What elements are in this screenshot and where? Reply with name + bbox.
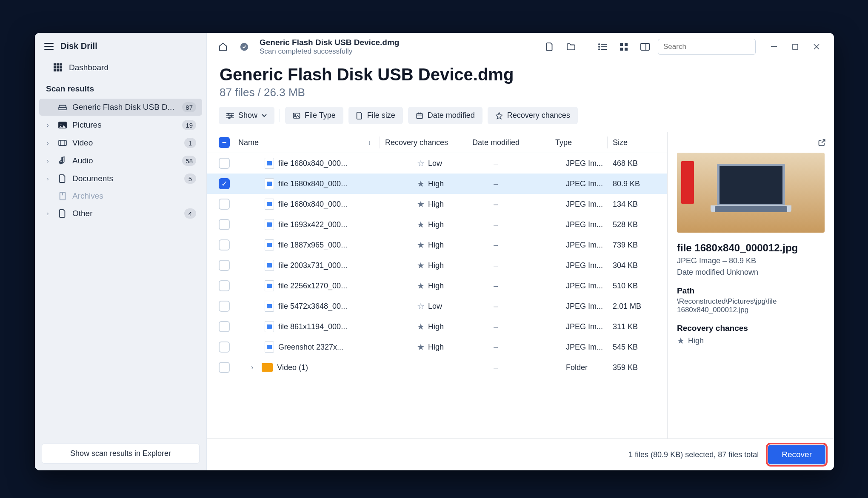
- header-checkbox[interactable]: −: [214, 137, 234, 148]
- maximize-icon: [792, 44, 798, 50]
- view-split-button[interactable]: [637, 38, 654, 55]
- header-type[interactable]: Type: [555, 138, 602, 147]
- row-checkbox[interactable]: [219, 362, 230, 373]
- row-checkbox[interactable]: [219, 158, 230, 169]
- filter-file-size[interactable]: File size: [348, 107, 403, 124]
- row-checkbox[interactable]: [219, 341, 230, 353]
- topbar-title: Generic Flash Disk USB Device.dmg: [260, 38, 399, 47]
- recovery-cell: ★High: [417, 322, 494, 332]
- sidebar-item-drive[interactable]: Generic Flash Disk USB D...87: [39, 99, 202, 116]
- sidebar-item-other[interactable]: ›Other4: [39, 205, 202, 222]
- sidebar-item-audio[interactable]: ›Audio58: [39, 152, 202, 169]
- filter-file-type[interactable]: File Type: [285, 107, 343, 124]
- filter-date-modified[interactable]: Date modified: [408, 107, 483, 124]
- check-circle-icon: [240, 42, 249, 51]
- jpeg-file-icon: [265, 178, 274, 189]
- recovery-cell: ★High: [417, 260, 494, 270]
- table-row[interactable]: file 1680x840_000...☆Low–JPEG Im...468 K…: [207, 153, 667, 174]
- svg-point-44: [295, 114, 296, 116]
- file-button[interactable]: [541, 38, 558, 55]
- svg-rect-26: [625, 43, 628, 46]
- star-icon: ★: [417, 179, 425, 189]
- row-checkbox[interactable]: [219, 260, 230, 271]
- svg-rect-4: [57, 66, 59, 68]
- partial-check-icon: −: [219, 137, 230, 148]
- svg-rect-28: [625, 48, 628, 51]
- svg-rect-20: [601, 44, 607, 45]
- window-controls: [764, 39, 826, 55]
- table-row[interactable]: file 2003x731_000...★High–JPEG Im...304 …: [207, 255, 667, 276]
- selection-summary: 1 files (80.9 KB) selected, 87 files tot…: [628, 450, 759, 459]
- open-external-button[interactable]: [818, 138, 826, 147]
- table-row[interactable]: file 2256x1270_00...★High–JPEG Im...510 …: [207, 276, 667, 296]
- date-cell: –: [494, 343, 566, 352]
- svg-point-41: [231, 115, 232, 117]
- star-icon: ★: [417, 199, 425, 209]
- row-checkbox[interactable]: ✓: [219, 178, 230, 189]
- header-recovery[interactable]: Recovery chances: [385, 138, 462, 147]
- sidebar-item-archive[interactable]: Archives: [39, 188, 202, 204]
- sidebar-item-count: 1: [184, 138, 196, 148]
- maximize-button[interactable]: [785, 39, 805, 55]
- archive-icon: [58, 191, 67, 201]
- table-row-folder[interactable]: ›Video (1)–Folder359 KB: [207, 357, 667, 378]
- recovery-cell: ★High: [417, 219, 494, 230]
- sidebar-item-count: 5: [184, 174, 196, 184]
- nav-dashboard[interactable]: Dashboard: [35, 57, 206, 78]
- svg-point-21: [598, 46, 600, 48]
- row-checkbox[interactable]: [219, 199, 230, 210]
- minimize-button[interactable]: [764, 39, 784, 55]
- sidebar-item-video[interactable]: ›Video1: [39, 134, 202, 151]
- table-row[interactable]: file 1887x965_000...★High–JPEG Im...739 …: [207, 235, 667, 255]
- table-row[interactable]: file 5472x3648_00...☆Low–JPEG Im...2.01 …: [207, 296, 667, 316]
- table-row[interactable]: file 1680x840_000...★High–JPEG Im...134 …: [207, 194, 667, 214]
- search-input[interactable]: [663, 43, 754, 51]
- recovery-cell: ★High: [417, 281, 494, 291]
- type-cell: JPEG Im...: [566, 282, 613, 290]
- date-cell: –: [494, 220, 566, 229]
- show-in-explorer-button[interactable]: Show scan results in Explorer: [42, 444, 200, 464]
- size-cell: 545 KB: [613, 343, 660, 352]
- view-grid-button[interactable]: [615, 38, 632, 55]
- star-icon: ★: [417, 260, 425, 270]
- jpeg-file-icon: [265, 199, 274, 210]
- type-cell: JPEG Im...: [566, 179, 613, 188]
- table-row[interactable]: ✓file 1680x840_000...★High–JPEG Im...80.…: [207, 174, 667, 194]
- table-row[interactable]: file 861x1194_000...★High–JPEG Im...311 …: [207, 316, 667, 337]
- star-icon: ★: [417, 219, 425, 230]
- recover-button[interactable]: Recover: [768, 445, 825, 464]
- view-list-button[interactable]: [594, 38, 611, 55]
- filter-show-label: Show: [238, 111, 257, 120]
- sidebar-item-document[interactable]: ›Documents5: [39, 170, 202, 187]
- sidebar-item-count: 87: [182, 102, 196, 112]
- type-cell: JPEG Im...: [566, 322, 613, 331]
- jpeg-file-icon: [265, 280, 274, 291]
- row-checkbox[interactable]: [219, 321, 230, 332]
- filter-recovery-label: Recovery chances: [507, 111, 570, 120]
- close-button[interactable]: [807, 39, 826, 55]
- sidebar-item-label: Pictures: [72, 120, 177, 130]
- drive-icon: [58, 104, 67, 111]
- row-checkbox[interactable]: [219, 239, 230, 250]
- table-body: file 1680x840_000...☆Low–JPEG Im...468 K…: [207, 153, 667, 438]
- header-name[interactable]: Name ↓: [234, 138, 374, 147]
- header-date[interactable]: Date modified: [472, 138, 545, 147]
- file-name: file 2003x731_000...: [278, 261, 347, 270]
- row-checkbox[interactable]: [219, 301, 230, 312]
- filter-divider: [280, 109, 280, 122]
- filter-show[interactable]: Show: [219, 107, 274, 124]
- hamburger-icon[interactable]: [44, 43, 54, 50]
- home-button[interactable]: [214, 38, 231, 55]
- filter-file-type-label: File Type: [305, 111, 336, 120]
- header-size[interactable]: Size: [613, 138, 660, 147]
- grid-icon: [54, 63, 62, 72]
- table-row[interactable]: Greenshot 2327x...★High–JPEG Im...545 KB: [207, 337, 667, 357]
- table-row[interactable]: file 1693x422_000...★High–JPEG Im...528 …: [207, 214, 667, 235]
- search-box[interactable]: [658, 39, 756, 55]
- row-checkbox[interactable]: [219, 280, 230, 291]
- detail-path-value: \Reconstructed\Pictures\jpg\file 1680x84…: [677, 297, 825, 314]
- sidebar-item-image[interactable]: ›Pictures19: [39, 117, 202, 134]
- row-checkbox[interactable]: [219, 219, 230, 230]
- filter-recovery-chances[interactable]: Recovery chances: [488, 107, 578, 124]
- folder-button[interactable]: [562, 38, 580, 55]
